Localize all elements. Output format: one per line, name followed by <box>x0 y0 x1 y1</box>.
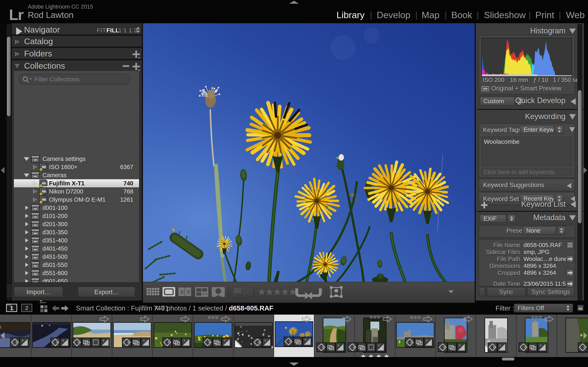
svg-text:+: + <box>499 343 502 348</box>
svg-text:X: X <box>180 289 184 295</box>
svg-text:+: + <box>21 338 24 343</box>
svg-text:+: + <box>539 343 542 348</box>
svg-text:+: + <box>264 338 267 343</box>
svg-text:+: + <box>304 337 307 342</box>
svg-text:+: + <box>458 343 461 348</box>
svg-text:Y: Y <box>186 289 190 295</box>
svg-text:+: + <box>102 338 105 343</box>
svg-text:+: + <box>378 343 380 348</box>
svg-text:✕: ✕ <box>246 288 250 293</box>
svg-text:+: + <box>62 338 64 343</box>
svg-text:+: + <box>224 338 226 343</box>
svg-text:+: + <box>183 338 186 343</box>
svg-text:+: + <box>426 338 428 343</box>
svg-text:+: + <box>337 343 340 348</box>
svg-text:+: + <box>143 338 145 343</box>
